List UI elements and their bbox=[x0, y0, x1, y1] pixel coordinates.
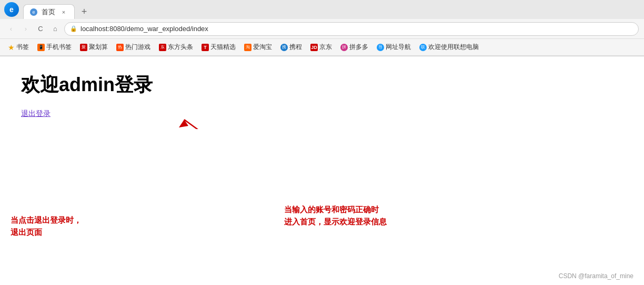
bkm-lenovo-icon: 联 bbox=[419, 44, 427, 51]
bookmark-bkm-star[interactable]: ★书签 bbox=[4, 42, 32, 53]
browser-chrome: e e 首页 × + ‹ › C ⌂ 🔒 localhost:8080/demo… bbox=[0, 0, 644, 56]
bookmark-bkm-hot[interactable]: 热热门游戏 bbox=[113, 42, 154, 53]
lock-icon: 🔒 bbox=[70, 25, 77, 32]
tab-bar: e 首页 × + bbox=[23, 0, 640, 19]
bookmark-bkm-lenovo[interactable]: 联欢迎使用联想电脑 bbox=[416, 42, 482, 53]
bookmark-bkm-ctrip[interactable]: 携携程 bbox=[277, 42, 305, 53]
bkm-mobile-icon: 📱 bbox=[37, 44, 45, 51]
bkm-nav-icon: 导 bbox=[377, 44, 384, 51]
bkm-ctrip-icon: 携 bbox=[280, 44, 288, 51]
bkm-hot-label: 热门游戏 bbox=[125, 43, 150, 52]
tab-close-button[interactable]: × bbox=[59, 8, 68, 16]
bookmark-bkm-mobile[interactable]: 📱手机书签 bbox=[34, 42, 75, 53]
bkm-taobao-label: 爱淘宝 bbox=[253, 43, 272, 52]
bookmark-bkm-nav[interactable]: 导网址导航 bbox=[374, 42, 414, 53]
back-button[interactable]: ‹ bbox=[5, 23, 17, 35]
tab-favicon: e bbox=[30, 8, 37, 16]
address-input[interactable]: 🔒 localhost:8080/demo_war_exploded/index bbox=[64, 22, 639, 36]
bkm-nav-label: 网址导航 bbox=[386, 43, 411, 52]
title-bar: e e 首页 × + bbox=[0, 0, 644, 19]
logout-link[interactable]: 退出登录 bbox=[21, 109, 51, 119]
reload-button[interactable]: C bbox=[35, 23, 46, 35]
bkm-hot-icon: 热 bbox=[116, 44, 124, 51]
bookmark-bkm-pdd[interactable]: 拼拼多多 bbox=[337, 42, 371, 53]
bkm-pdd-label: 拼多多 bbox=[349, 43, 368, 52]
bookmark-bkm-jd[interactable]: JD京东 bbox=[307, 42, 335, 53]
bkm-star-icon: ★ bbox=[7, 44, 15, 51]
url-text: localhost:8080/demo_war_exploded/index bbox=[80, 25, 208, 33]
bkm-tmall-label: 天猫精选 bbox=[210, 43, 236, 52]
bookmarks-bar: ★书签📱手机书签聚聚划算热热门游戏东东方头条T天猫精选淘爱淘宝携携程JD京东拼拼… bbox=[0, 39, 644, 56]
bkm-lenovo-label: 欢迎使用联想电脑 bbox=[428, 43, 479, 52]
bkm-taobao-icon: 淘 bbox=[244, 44, 251, 51]
bookmark-bkm-tmall[interactable]: T天猫精选 bbox=[198, 42, 239, 53]
right-annotation: 当输入的账号和密码正确时 进入首页，显示欢迎登录信息 bbox=[284, 204, 387, 228]
bkm-tmall-icon: T bbox=[202, 44, 209, 51]
bkm-dftt-icon: 东 bbox=[159, 44, 166, 51]
bkm-jv-label: 聚划算 bbox=[89, 43, 108, 52]
browser-logo: e bbox=[4, 2, 19, 17]
home-button[interactable]: ⌂ bbox=[49, 23, 61, 35]
svg-line-2 bbox=[184, 120, 300, 129]
left-annotation: 当点击退出登录时， 退出页面 bbox=[11, 214, 82, 238]
forward-button[interactable]: › bbox=[20, 23, 32, 35]
svg-marker-3 bbox=[179, 120, 188, 127]
tab-title: 首页 bbox=[42, 7, 55, 17]
bkm-star-label: 书签 bbox=[16, 43, 29, 52]
bkm-jv-icon: 聚 bbox=[80, 44, 87, 51]
footer-credit: CSDN @faramita_of_mine bbox=[559, 272, 633, 280]
bookmark-bkm-dftt[interactable]: 东东方头条 bbox=[156, 42, 196, 53]
bkm-mobile-label: 手机书签 bbox=[46, 43, 72, 52]
bkm-jd-icon: JD bbox=[310, 44, 318, 51]
page-title: 欢迎admin登录 bbox=[21, 72, 623, 98]
bkm-jd-label: 京东 bbox=[319, 43, 332, 52]
bookmark-bkm-taobao[interactable]: 淘爱淘宝 bbox=[241, 42, 275, 53]
bkm-dftt-label: 东方头条 bbox=[168, 43, 193, 52]
bookmark-bkm-jv[interactable]: 聚聚划算 bbox=[77, 42, 111, 53]
bkm-pdd-icon: 拼 bbox=[340, 44, 348, 51]
address-bar: ‹ › C ⌂ 🔒 localhost:8080/demo_war_explod… bbox=[0, 19, 644, 39]
page-footer: CSDN @faramita_of_mine bbox=[559, 272, 633, 280]
bkm-ctrip-label: 携程 bbox=[289, 43, 302, 52]
page-content: 欢迎admin登录 退出登录 当点击退出登录时， 退出页面 当输入的账号和密码正… bbox=[0, 56, 644, 129]
active-tab[interactable]: e 首页 × bbox=[23, 4, 75, 19]
new-tab-button[interactable]: + bbox=[77, 4, 92, 19]
